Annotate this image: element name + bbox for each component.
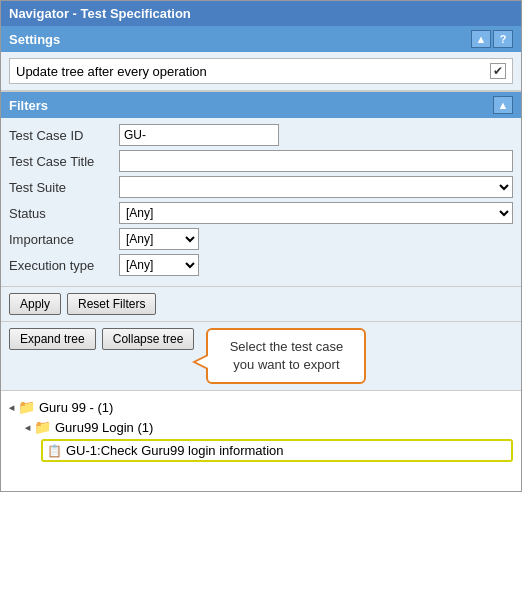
filters-body: Test Case ID Test Case Title Test Suite … [1,118,521,286]
tree-section: ◂ 📁 Guru 99 - (1) ◂ 📁 Guru99 Login (1) 📋… [1,391,521,491]
settings-body: Update tree after every operation ✔ [1,52,521,91]
status-label: Status [9,206,119,221]
settings-header: Settings ▲ ? [1,26,521,52]
settings-collapse-btn[interactable]: ▲ [471,30,491,48]
tree-root[interactable]: ◂ 📁 Guru 99 - (1) [9,397,513,417]
root-folder-icon: 📁 [18,399,35,415]
child-expand-icon: ◂ [25,422,30,433]
update-tree-label: Update tree after every operation [16,64,482,79]
child-label: Guru99 Login (1) [55,420,153,435]
export-tooltip: Select the test case you want to export [206,328,366,384]
test-case-doc-icon: 📋 [47,444,62,458]
execution-type-select[interactable]: [Any] Manual Automated [119,254,199,276]
main-window: Navigator - Test Specification Settings … [0,0,522,492]
test-case-label: GU-1:Check Guru99 login information [66,443,284,458]
filter-row-importance: Importance [Any] High Medium Low [9,228,513,250]
importance-label: Importance [9,232,119,247]
settings-title: Settings [9,32,60,47]
status-select[interactable]: [Any] Draft Final Obsolete [119,202,513,224]
filter-row-status: Status [Any] Draft Final Obsolete [9,202,513,224]
execution-type-label: Execution type [9,258,119,273]
tree-test-case-item[interactable]: 📋 GU-1:Check Guru99 login information [41,439,513,462]
test-case-title-input[interactable] [119,150,513,172]
window-title: Navigator - Test Specification [9,6,191,21]
tooltip-text: Select the test case you want to export [230,339,343,372]
settings-help-btn[interactable]: ? [493,30,513,48]
test-case-title-label: Test Case Title [9,154,119,169]
filters-header: Filters ▲ [1,92,521,118]
tree-controls-row: Expand tree Collapse tree Select the tes… [1,322,521,391]
child-folder-icon: 📁 [34,419,51,435]
test-suite-select[interactable] [119,176,513,198]
root-expand-icon: ◂ [9,402,14,413]
importance-select[interactable]: [Any] High Medium Low [119,228,199,250]
tree-child-guru99login[interactable]: ◂ 📁 Guru99 Login (1) [25,417,513,437]
root-label: Guru 99 - (1) [39,400,113,415]
settings-update-tree-row: Update tree after every operation ✔ [9,58,513,84]
test-case-id-label: Test Case ID [9,128,119,143]
test-suite-label: Test Suite [9,180,119,195]
filters-title: Filters [9,98,48,113]
collapse-tree-button[interactable]: Collapse tree [102,328,195,350]
update-tree-checkbox[interactable]: ✔ [490,63,506,79]
settings-header-buttons: ▲ ? [471,30,513,48]
title-bar: Navigator - Test Specification [1,1,521,26]
test-case-id-input[interactable] [119,124,279,146]
filter-row-test-case-id: Test Case ID [9,124,513,146]
filter-row-test-suite: Test Suite [9,176,513,198]
filter-row-test-case-title: Test Case Title [9,150,513,172]
filters-collapse-btn[interactable]: ▲ [493,96,513,114]
filter-row-execution-type: Execution type [Any] Manual Automated [9,254,513,276]
apply-button[interactable]: Apply [9,293,61,315]
expand-tree-button[interactable]: Expand tree [9,328,96,350]
filters-header-buttons: ▲ [493,96,513,114]
reset-filters-button[interactable]: Reset Filters [67,293,156,315]
filter-buttons-row: Apply Reset Filters [1,286,521,322]
tree-control-buttons: Expand tree Collapse tree [9,328,194,350]
